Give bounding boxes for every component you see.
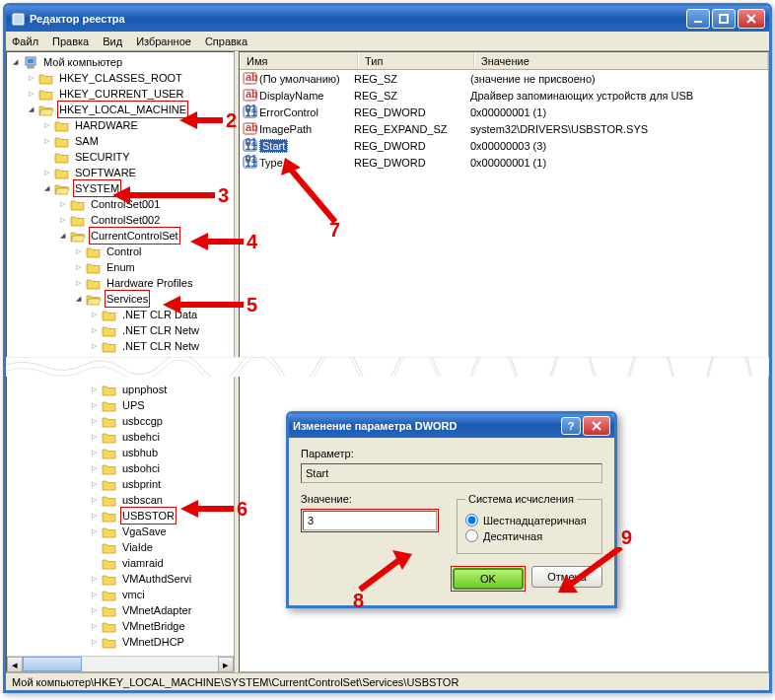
expander-icon[interactable] xyxy=(88,589,100,600)
expander-icon[interactable] xyxy=(72,293,84,305)
expander-icon[interactable] xyxy=(88,324,100,336)
expander-icon[interactable] xyxy=(56,198,68,210)
tree-item[interactable]: HKEY_CURRENT_USER xyxy=(9,86,234,102)
expander-icon[interactable] xyxy=(25,72,36,84)
close-button[interactable] xyxy=(738,9,765,29)
col-value[interactable]: Значение xyxy=(474,52,768,69)
expander-icon[interactable] xyxy=(88,525,100,537)
tree-item[interactable]: SAM xyxy=(9,133,234,149)
expander-icon[interactable] xyxy=(40,135,52,147)
value-row[interactable]: DisplayName REG_SZ Драйвер запоминающих … xyxy=(240,87,768,104)
tree-item[interactable]: .NET CLR Netw xyxy=(9,322,234,338)
expander-icon[interactable] xyxy=(88,431,100,443)
expander-icon[interactable] xyxy=(9,56,21,68)
expander-icon[interactable] xyxy=(88,510,100,522)
expander-icon[interactable] xyxy=(88,478,100,490)
ok-button[interactable]: OK xyxy=(453,568,524,590)
tree-item[interactable]: SECURITY xyxy=(9,149,234,165)
expander-icon[interactable] xyxy=(25,104,36,115)
expander-icon[interactable] xyxy=(88,573,100,585)
param-input[interactable] xyxy=(301,463,602,483)
expander-icon[interactable] xyxy=(40,182,52,194)
expander-icon[interactable] xyxy=(72,277,84,289)
tree-item[interactable]: UPS xyxy=(9,397,234,413)
value-row[interactable]: ErrorControl REG_DWORD 0x00000001 (1) xyxy=(240,104,768,120)
tree-item[interactable]: CurrentControlSet xyxy=(9,228,234,244)
tree-item[interactable]: ControlSet002 xyxy=(9,212,234,228)
expander-icon[interactable] xyxy=(72,261,84,273)
tree-hscroll[interactable]: ◂ ▸ xyxy=(7,656,234,671)
expander-icon[interactable] xyxy=(56,230,68,242)
expander-icon[interactable] xyxy=(88,384,100,395)
menu-edit[interactable]: Правка xyxy=(52,35,89,47)
expander-icon[interactable] xyxy=(88,636,100,648)
expander-icon[interactable] xyxy=(25,88,36,100)
menu-favorites[interactable]: Избранное xyxy=(136,35,191,47)
tree-item[interactable]: Мой компьютер xyxy=(9,54,234,70)
dialog-titlebar[interactable]: Изменение параметра DWORD ? xyxy=(289,414,614,438)
tree-item[interactable]: Services xyxy=(9,291,234,307)
value-input[interactable] xyxy=(303,511,437,530)
tree-item[interactable]: usbccgp xyxy=(9,413,234,429)
expander-icon[interactable] xyxy=(88,309,100,320)
tree-item[interactable]: upnphost xyxy=(9,382,234,397)
tree-item[interactable]: Control xyxy=(9,244,234,259)
tree-item[interactable]: usbehci xyxy=(9,429,234,445)
value-row[interactable]: ImagePath REG_EXPAND_SZ system32\DRIVERS… xyxy=(240,120,768,137)
value-row[interactable]: (По умолчанию) REG_SZ (значение не присв… xyxy=(240,70,768,87)
tree-item[interactable]: usbhub xyxy=(9,445,234,460)
expander-icon[interactable] xyxy=(88,340,100,352)
expander-icon[interactable] xyxy=(88,494,100,506)
expander-icon[interactable] xyxy=(56,214,68,226)
tree-item[interactable]: SOFTWARE xyxy=(9,165,234,180)
tree-item[interactable]: VMnetBridge xyxy=(9,618,234,634)
tree-item[interactable]: viamraid xyxy=(9,555,234,571)
col-name[interactable]: Имя xyxy=(240,52,358,69)
value-row[interactable]: Start REG_DWORD 0x00000003 (3) xyxy=(240,137,768,154)
tree-item[interactable]: usbprint xyxy=(9,476,234,492)
tree-item[interactable]: VgaSave xyxy=(9,524,234,539)
scroll-right-button[interactable]: ▸ xyxy=(218,657,234,672)
expander-icon[interactable] xyxy=(88,620,100,632)
menu-help[interactable]: Справка xyxy=(205,35,247,47)
expander-icon[interactable] xyxy=(88,399,100,411)
minimize-button[interactable] xyxy=(686,9,710,29)
titlebar[interactable]: Редактор реестра xyxy=(6,6,769,32)
scroll-left-button[interactable]: ◂ xyxy=(7,657,23,672)
expander-icon[interactable] xyxy=(88,462,100,474)
dialog-help-button[interactable]: ? xyxy=(561,417,581,435)
cancel-button[interactable]: Отмена xyxy=(531,566,602,588)
tree-item[interactable]: SYSTEM xyxy=(9,180,234,196)
radio-hex[interactable] xyxy=(465,514,478,526)
tree-item[interactable]: HKEY_CLASSES_ROOT xyxy=(9,70,234,86)
tree-item[interactable]: USBSTOR xyxy=(9,508,234,524)
tree-item[interactable]: .NET CLR Data xyxy=(9,307,234,322)
tree-item[interactable]: Hardware Profiles xyxy=(9,275,234,291)
tree-item[interactable]: usbohci xyxy=(9,460,234,476)
tree-item[interactable]: ViaIde xyxy=(9,539,234,555)
tree-item[interactable]: ControlSet001 xyxy=(9,196,234,212)
expander-icon[interactable] xyxy=(88,447,100,458)
expander-icon[interactable] xyxy=(40,167,52,178)
expander-icon[interactable] xyxy=(72,245,84,257)
tree-item[interactable]: VMAuthdServi xyxy=(9,571,234,587)
expander-icon[interactable] xyxy=(88,604,100,616)
tree-item[interactable]: HARDWARE xyxy=(9,117,234,133)
col-type[interactable]: Тип xyxy=(358,52,474,69)
menu-file[interactable]: Файл xyxy=(12,35,38,47)
tree-item[interactable]: HKEY_LOCAL_MACHINE xyxy=(9,102,234,117)
tree-item[interactable]: VMnetAdapter xyxy=(9,602,234,618)
menu-view[interactable]: Вид xyxy=(103,35,122,47)
scroll-thumb[interactable] xyxy=(23,657,82,671)
expander-icon[interactable] xyxy=(88,415,100,427)
expander-icon[interactable] xyxy=(40,119,52,131)
tree-item[interactable]: VMnetDHCP xyxy=(9,634,234,650)
radio-dec[interactable] xyxy=(465,529,478,542)
dialog-close-button[interactable] xyxy=(583,416,610,436)
maximize-button[interactable] xyxy=(712,9,736,29)
tree-item[interactable]: usbscan xyxy=(9,492,234,508)
tree-item[interactable]: vmci xyxy=(9,587,234,602)
tree-item[interactable]: Enum xyxy=(9,259,234,275)
value-row[interactable]: Type REG_DWORD 0x00000001 (1) xyxy=(240,154,768,171)
tree-item[interactable]: .NET CLR Netw xyxy=(9,338,234,354)
